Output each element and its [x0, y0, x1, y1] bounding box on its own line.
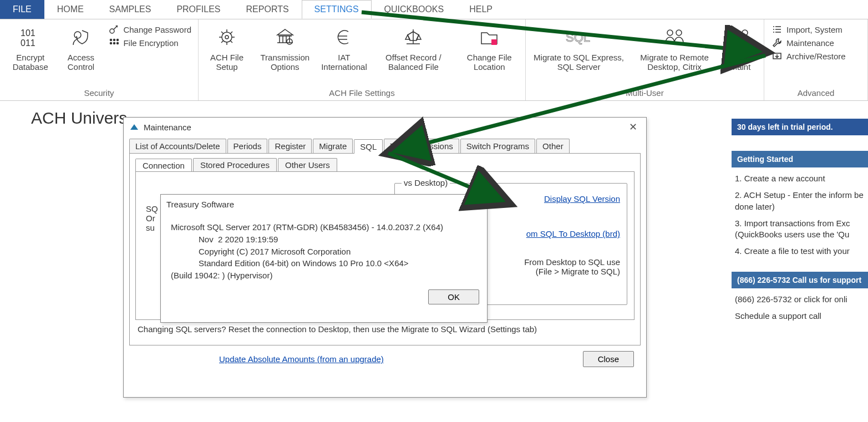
fieldset-legend: vs Desktop) [402, 178, 450, 187]
import-system-button[interactable]: Import, System [768, 23, 849, 36]
ribbon: 101011 Encrypt Database Access Control C… [0, 19, 868, 101]
maintenance-label: Maintenance [786, 38, 834, 48]
support-phone[interactable]: (866) 226-5732 or click for onli [735, 294, 865, 305]
menu-profiles[interactable]: PROFILES [164, 0, 233, 19]
key-icon [108, 24, 120, 34]
or-text: Or [146, 213, 158, 223]
ach-file-setup-button[interactable]: ACH File Setup [202, 22, 252, 87]
tab-sql[interactable]: SQL [354, 139, 383, 154]
offset-record-label: Offset Record / Balanced File [374, 53, 452, 72]
close-button[interactable]: Close [583, 351, 634, 367]
sq-text: SQ [146, 204, 158, 213]
menu-settings[interactable]: SETTINGS [302, 0, 372, 19]
su-text: su [146, 223, 158, 232]
balance-icon [402, 24, 424, 50]
side-panel: 30 days left in trial period. Getting St… [732, 119, 868, 336]
step-1[interactable]: 1. Create a new account [735, 173, 865, 184]
tab-test-permissions[interactable]: Test Permissions [384, 139, 459, 153]
svg-text:011: 011 [21, 38, 35, 48]
ach-file-setup-label: ACH File Setup [206, 53, 247, 72]
msgbox-body: Microsoft SQL Server 2017 (RTM-GDR) (KB4… [161, 213, 487, 286]
step-2[interactable]: 2. ACH Setup - Enter the inform be done … [735, 190, 865, 212]
support-schedule[interactable]: Schedule a support call [735, 311, 865, 322]
tab-periods[interactable]: Periods [227, 139, 268, 153]
shield-user-icon [70, 24, 92, 50]
group-security-label: Security [3, 87, 195, 99]
transmission-options-button[interactable]: Transmission Options [252, 22, 318, 87]
menu-reports[interactable]: REPORTS [234, 0, 302, 19]
transmission-options-label: Transmission Options [256, 53, 313, 72]
svg-point-6 [117, 39, 119, 41]
close-icon[interactable]: ✕ [626, 121, 641, 133]
support-list: (866) 226-5732 or click for onli Schedul… [732, 288, 868, 337]
tab-other[interactable]: Other [536, 139, 570, 153]
svg-point-15 [667, 30, 673, 35]
subtab-stored-procedures[interactable]: Stored Procedures [193, 158, 277, 171]
svg-point-16 [676, 30, 682, 35]
main-menu: FILE HOME SAMPLES PROFILES REPORTS SETTI… [0, 0, 868, 19]
display-sql-version-link[interactable]: Display SQL Version [544, 194, 620, 204]
svg-point-18 [742, 30, 748, 35]
binary-icon: 101011 [19, 24, 42, 50]
bank-gear-icon [274, 24, 296, 50]
tab-migrate[interactable]: Migrate [313, 139, 353, 153]
tab-list-accounts[interactable]: List of Accounts/Delete [129, 139, 226, 153]
msgbox-close-icon[interactable]: ✕ [466, 198, 481, 210]
svg-point-17 [733, 30, 739, 35]
group-advanced: Import, System Maintenance Archive/Resto… [764, 19, 868, 100]
step-4[interactable]: 4. Create a file to test with your [735, 246, 865, 257]
users2-icon [729, 24, 752, 50]
group-ach: ACH File Setup Transmission Options IAT … [199, 19, 526, 100]
update-absolute-amounts-link[interactable]: Update Absolute Amounts (from an upgrade… [219, 354, 384, 364]
encrypt-database-button[interactable]: 101011 Encrypt Database [3, 22, 57, 87]
ok-button[interactable]: OK [428, 289, 479, 304]
svg-point-3 [110, 29, 114, 33]
access-control-button[interactable]: Access Control [57, 22, 104, 87]
migrate-sql-label: Migrate to SQL Express, SQL Server [534, 53, 624, 72]
offset-record-button[interactable]: Offset Record / Balanced File [370, 22, 456, 87]
svg-point-8 [114, 43, 115, 44]
menu-home[interactable]: HOME [44, 0, 97, 19]
menu-help[interactable]: HELP [456, 0, 505, 19]
getting-started-header: Getting Started [732, 151, 868, 167]
tab-register[interactable]: Register [268, 139, 312, 153]
menu-file[interactable]: FILE [0, 0, 44, 19]
svg-text:101: 101 [21, 28, 35, 38]
maintenance-title: Maintenance [129, 122, 191, 132]
group-multi-label: Multi-User [529, 87, 760, 99]
group-advanced-label: Advanced [768, 87, 864, 99]
maintenance-tabs: List of Accounts/Delete Periods Register… [124, 136, 646, 153]
sql-to-desktop-link[interactable]: om SQL To Desktop (brd) [526, 229, 620, 238]
citrix-maint-button[interactable]: Citrix Maint [720, 22, 760, 87]
migrate-sql-button[interactable]: SQL Migrate to SQL Express, SQL Server [529, 22, 628, 87]
file-encryption-button[interactable]: File Encryption [104, 36, 195, 49]
archive-restore-button[interactable]: Archive/Restore [768, 49, 849, 63]
access-control-label: Access Control [62, 53, 100, 72]
gear-icon [216, 24, 238, 50]
list-icon [771, 24, 783, 34]
archive-icon [771, 51, 783, 61]
subtab-connection[interactable]: Connection [135, 159, 192, 172]
iat-international-button[interactable]: IAT International [318, 22, 370, 87]
svg-point-5 [114, 39, 115, 41]
subtab-other-users[interactable]: Other Users [278, 158, 337, 171]
migrate-remote-button[interactable]: Migrate to Remote Desktop, Citrix [628, 22, 720, 87]
tab-switch-programs[interactable]: Switch Programs [460, 139, 535, 153]
menu-quickbooks[interactable]: QUICKBOOKS [372, 0, 457, 19]
maintenance-button[interactable]: Maintenance [768, 36, 849, 49]
group-ach-label: ACH File Settings [202, 87, 522, 99]
import-system-label: Import, System [786, 25, 842, 34]
encrypt-database-label: Encrypt Database [8, 53, 53, 72]
support-header: (866) 226-5732 Call us for support [732, 272, 868, 288]
menu-samples[interactable]: SAMPLES [97, 0, 164, 19]
change-password-label: Change Password [123, 25, 191, 34]
step-3[interactable]: 3. Import transactions from Exc (QuickBo… [735, 218, 865, 241]
users-icon [663, 24, 686, 50]
euro-icon [333, 24, 355, 50]
change-file-location-button[interactable]: Change File Location [456, 22, 522, 87]
wrench-icon [771, 38, 783, 48]
change-password-button[interactable]: Change Password [104, 23, 195, 36]
getting-started-list: 1. Create a new account 2. ACH Setup - E… [732, 167, 868, 272]
app-icon [129, 122, 139, 132]
svg-rect-13 [491, 39, 497, 45]
